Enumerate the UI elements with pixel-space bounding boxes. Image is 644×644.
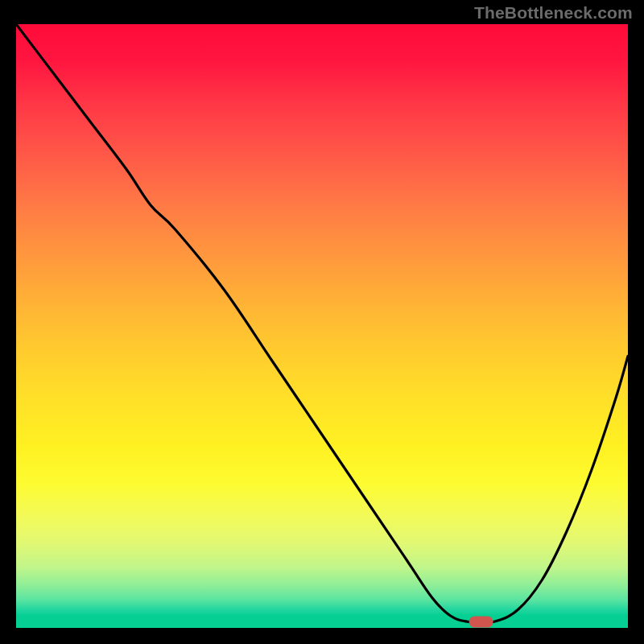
plot-area xyxy=(16,24,628,628)
optimum-marker xyxy=(469,617,493,628)
chart-container: TheBottleneck.com xyxy=(0,0,644,644)
bottleneck-curve xyxy=(16,24,628,623)
watermark-text: TheBottleneck.com xyxy=(474,3,633,23)
curve-layer xyxy=(16,24,628,628)
